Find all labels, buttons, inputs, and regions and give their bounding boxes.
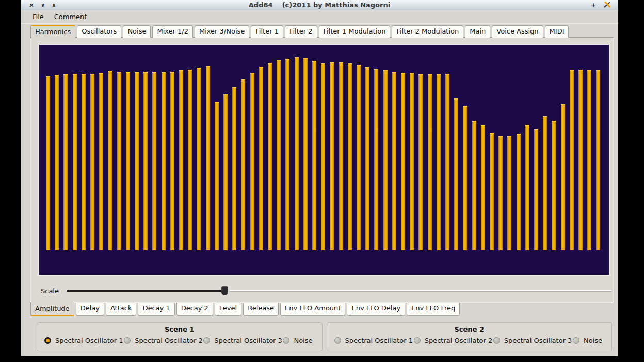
harmonic-bar-18[interactable] <box>197 68 201 250</box>
harmonic-bar-57[interactable] <box>543 116 547 250</box>
harmonic-bar-33[interactable] <box>330 62 334 250</box>
envtab-env-lfo-freq[interactable]: Env LFO Freq <box>407 303 460 316</box>
scene-2-radio-noise[interactable]: Noise <box>573 337 602 344</box>
zoom-icon[interactable]: + <box>591 2 596 8</box>
envtab-decay-1[interactable]: Decay 1 <box>138 303 174 316</box>
harmonic-bar-2[interactable] <box>55 75 59 250</box>
harmonic-bar-22[interactable] <box>232 87 236 250</box>
harmonic-bar-23[interactable] <box>241 79 245 250</box>
harmonic-bar-6[interactable] <box>90 74 94 250</box>
tab-oscillators[interactable]: Oscillators <box>77 25 121 38</box>
harmonic-bar-53[interactable] <box>507 136 511 250</box>
harmonic-bar-32[interactable] <box>321 63 325 250</box>
harmonic-bar-16[interactable] <box>179 70 183 250</box>
harmonic-bar-46[interactable] <box>445 74 449 250</box>
harmonic-bar-7[interactable] <box>99 73 103 250</box>
harmonic-bar-56[interactable] <box>534 129 538 250</box>
tab-voice-assign[interactable]: Voice Assign <box>492 25 543 38</box>
tab-filter-1-modulation[interactable]: Filter 1 Modulation <box>319 25 391 38</box>
harmonic-bar-47[interactable] <box>454 98 458 250</box>
envtab-env-lfo-delay[interactable]: Env LFO Delay <box>347 303 405 316</box>
harmonic-bar-1[interactable] <box>46 76 50 250</box>
harmonic-bar-19[interactable] <box>206 66 210 250</box>
harmonic-bar-55[interactable] <box>525 125 529 250</box>
harmonic-bar-13[interactable] <box>152 72 156 250</box>
harmonic-bar-40[interactable] <box>392 72 396 250</box>
harmonic-bar-21[interactable] <box>223 94 228 250</box>
harmonic-bar-11[interactable] <box>135 72 139 250</box>
scene-1-radio-spectral-oscillator-3[interactable]: Spectral Oscillator 3 <box>203 337 282 344</box>
harmonic-bar-35[interactable] <box>348 63 352 250</box>
harmonic-bar-28[interactable] <box>285 59 289 250</box>
harmonic-bar-43[interactable] <box>418 74 423 250</box>
tab-harmonics[interactable]: Harmonics <box>30 25 75 38</box>
tab-mixer-1-2[interactable]: Mixer 1/2 <box>152 25 193 38</box>
harmonic-bar-3[interactable] <box>63 74 68 250</box>
envtab-decay-2[interactable]: Decay 2 <box>176 303 213 316</box>
harmonic-bar-38[interactable] <box>374 69 378 250</box>
envtab-release[interactable]: Release <box>243 303 279 316</box>
scale-slider[interactable] <box>67 286 611 295</box>
harmonic-bar-49[interactable] <box>472 121 476 250</box>
tab-main[interactable]: Main <box>465 25 490 38</box>
scene-1-radio-spectral-oscillator-2[interactable]: Spectral Oscillator 2 <box>124 337 203 344</box>
tab-midi[interactable]: MIDI <box>545 25 569 38</box>
harmonic-bar-15[interactable] <box>170 72 174 250</box>
scene-1-radio-noise[interactable]: Noise <box>283 337 312 344</box>
scene-1-radio-spectral-oscillator-1[interactable]: Spectral Oscillator 1 <box>44 337 123 344</box>
harmonic-bar-37[interactable] <box>365 67 369 250</box>
scene-2-radio-spectral-oscillator-1[interactable]: Spectral Oscillator 1 <box>334 337 413 344</box>
harmonic-bar-41[interactable] <box>401 73 405 250</box>
harmonic-bar-60[interactable] <box>570 70 574 250</box>
harmonic-bar-48[interactable] <box>463 106 467 250</box>
envtab-amplitude[interactable]: Amplitude <box>30 302 74 316</box>
harmonic-bar-50[interactable] <box>481 125 485 250</box>
tab-mixer-3-noise[interactable]: Mixer 3/Noise <box>195 25 249 38</box>
tab-filter-2[interactable]: Filter 2 <box>285 25 317 38</box>
harmonic-bar-27[interactable] <box>277 60 281 250</box>
harmonic-bar-42[interactable] <box>410 73 414 250</box>
harmonic-bar-51[interactable] <box>490 133 494 250</box>
scene-2-radio-spectral-oscillator-3[interactable]: Spectral Oscillator 3 <box>493 337 572 344</box>
menu-comment[interactable]: Comment <box>50 12 91 22</box>
harmonic-bar-58[interactable] <box>552 121 556 250</box>
harmonic-bar-14[interactable] <box>162 72 166 250</box>
harmonic-bar-59[interactable] <box>561 104 565 250</box>
harmonic-bar-36[interactable] <box>357 65 361 250</box>
tab-noise[interactable]: Noise <box>123 25 151 38</box>
harmonic-bar-25[interactable] <box>259 67 263 250</box>
harmonic-bar-20[interactable] <box>215 102 219 250</box>
harmonic-bar-61[interactable] <box>578 70 583 250</box>
harmonic-bar-30[interactable] <box>303 58 308 250</box>
harmonic-bar-63[interactable] <box>596 70 600 250</box>
harmonic-bar-29[interactable] <box>295 57 299 250</box>
tab-filter-1[interactable]: Filter 1 <box>251 25 283 38</box>
harmonic-bar-34[interactable] <box>339 62 343 250</box>
harmonic-bar-8[interactable] <box>108 71 112 250</box>
harmonic-bar-10[interactable] <box>126 72 130 250</box>
scene-2-radio-spectral-oscillator-2[interactable]: Spectral Oscillator 2 <box>414 337 493 344</box>
harmonic-bar-54[interactable] <box>517 134 521 250</box>
harmonic-bar-26[interactable] <box>268 63 272 250</box>
harmonic-bar-5[interactable] <box>82 74 86 250</box>
harmonic-bar-62[interactable] <box>587 70 591 250</box>
harmonic-bar-44[interactable] <box>428 74 432 250</box>
envtab-level[interactable]: Level <box>215 303 242 316</box>
harmonic-bar-17[interactable] <box>188 70 192 250</box>
harmonic-bar-12[interactable] <box>143 72 148 250</box>
harmonic-bar-31[interactable] <box>312 61 316 250</box>
harmonic-bar-4[interactable] <box>73 74 77 250</box>
envtab-delay[interactable]: Delay <box>76 303 104 316</box>
slider-track-empty[interactable] <box>230 290 611 291</box>
harmonic-bar-24[interactable] <box>250 73 254 250</box>
harmonic-bar-9[interactable] <box>117 72 121 250</box>
harmonic-bar-39[interactable] <box>383 70 388 250</box>
harmonic-bar-52[interactable] <box>498 136 503 250</box>
menu-file[interactable]: File <box>28 12 48 22</box>
tab-filter-2-modulation[interactable]: Filter 2 Modulation <box>392 25 463 38</box>
app-icon[interactable] <box>603 1 611 10</box>
harmonics-spectrum-chart[interactable] <box>38 44 610 276</box>
envtab-attack[interactable]: Attack <box>106 303 137 316</box>
harmonic-bar-45[interactable] <box>437 74 441 250</box>
envtab-env-lfo-amount[interactable]: Env LFO Amount <box>280 303 345 316</box>
